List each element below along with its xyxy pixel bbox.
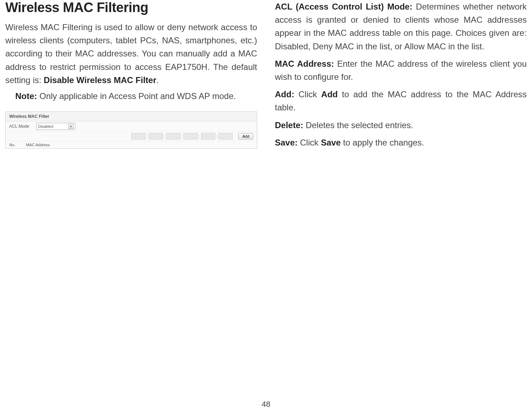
note-text: Only applicable in Access Point and WDS … <box>37 91 236 101</box>
save-definition: Save: Click Save to apply the changes. <box>275 136 527 149</box>
note-label: Note: <box>15 91 37 101</box>
column-no: No. <box>9 143 15 147</box>
add-button[interactable]: Add <box>238 133 253 139</box>
save-def-bold: Save <box>321 138 341 147</box>
mac-octet-1[interactable] <box>131 133 146 139</box>
page-title: Wireless MAC Filtering <box>5 0 257 15</box>
acl-mode-value: Disabled <box>38 124 53 128</box>
mac-separator: : <box>164 134 165 138</box>
mac-address-inputs: : : : : : <box>131 133 233 139</box>
mac-octet-2[interactable] <box>149 133 163 139</box>
mac-octet-6[interactable] <box>218 133 233 139</box>
add-def-label: Add: <box>275 89 294 99</box>
mac-address-definition: MAC Address: Enter the MAC address of th… <box>275 57 527 83</box>
mac-octet-4[interactable] <box>184 133 198 139</box>
delete-def-text: Deletes the selected entries. <box>303 120 413 130</box>
add-definition: Add: Click Add to add the MAC address to… <box>275 88 527 114</box>
mac-def-label: MAC Address: <box>275 59 334 69</box>
acl-def-label: ACL (Access Control List) Mode: <box>275 2 412 11</box>
column-mac-address: MAC Address <box>26 143 50 147</box>
acl-mode-label: ACL Mode <box>9 124 34 129</box>
save-def-label: Save: <box>275 138 298 147</box>
save-def-pre: Click <box>298 138 321 147</box>
mac-octet-3[interactable] <box>166 133 180 139</box>
intro-bold: Disable Wireless MAC Filter <box>44 75 156 85</box>
add-def-bold: Add <box>321 89 338 99</box>
mac-input-row: : : : : : Add <box>6 132 257 141</box>
chevron-down-icon: ▼ <box>69 124 74 129</box>
acl-definition: ACL (Access Control List) Mode: Determin… <box>275 0 527 53</box>
intro-paragraph: Wireless MAC Filtering is used to allow … <box>5 21 257 87</box>
mac-separator: : <box>147 134 148 138</box>
delete-def-label: Delete: <box>275 120 303 130</box>
mac-separator: : <box>199 134 200 138</box>
acl-mode-dropdown[interactable]: Disabled ▼ <box>36 123 75 130</box>
note-line: Note: Only applicable in Access Point an… <box>5 89 257 103</box>
add-def-pre: Click <box>294 89 321 99</box>
screenshot-header: Wireless MAC Filter <box>6 112 257 121</box>
mac-separator: : <box>181 134 183 138</box>
page-number: 48 <box>262 400 270 409</box>
mac-separator: : <box>216 134 217 138</box>
mac-octet-5[interactable] <box>201 133 215 139</box>
delete-definition: Delete: Deletes the selected entries. <box>275 119 527 132</box>
acl-mode-row: ACL Mode Disabled ▼ <box>6 121 257 132</box>
mac-filter-screenshot: Wireless MAC Filter ACL Mode Disabled ▼ … <box>5 111 257 149</box>
mac-table-header: No. MAC Address <box>6 141 257 148</box>
save-def-post: to apply the changes. <box>341 138 424 147</box>
